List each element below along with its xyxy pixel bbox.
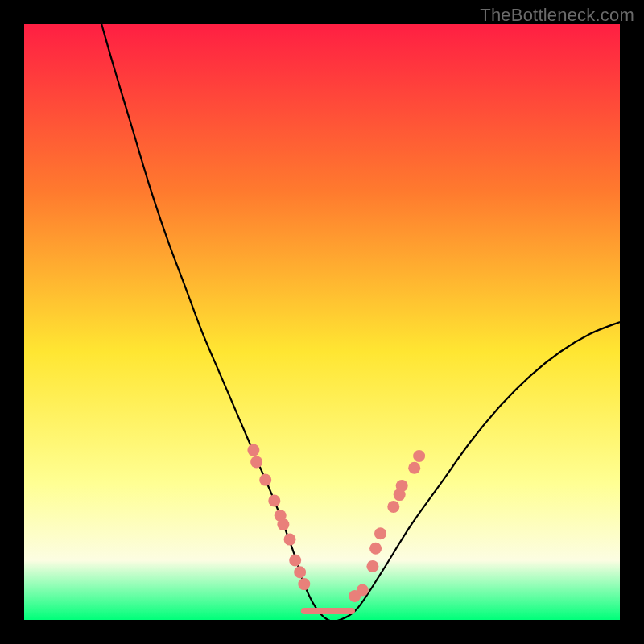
marker-dot-left bbox=[250, 456, 262, 468]
marker-dot-left bbox=[247, 444, 259, 456]
marker-dot-left bbox=[277, 518, 289, 530]
marker-dot-right bbox=[413, 450, 425, 462]
bottleneck-chart bbox=[24, 24, 620, 620]
marker-dot-left bbox=[268, 495, 280, 507]
marker-dot-left bbox=[294, 566, 306, 578]
marker-dot-right bbox=[408, 462, 420, 474]
marker-dot-right bbox=[369, 543, 382, 555]
chart-frame: TheBottleneck.com bbox=[0, 0, 644, 644]
watermark-text: TheBottleneck.com bbox=[480, 5, 634, 26]
marker-dot-right bbox=[387, 501, 399, 513]
marker-dot-right bbox=[396, 480, 408, 492]
marker-dot-left bbox=[259, 474, 271, 486]
marker-dot-right bbox=[357, 584, 369, 597]
marker-dot-left bbox=[284, 534, 296, 546]
marker-dot-right bbox=[366, 560, 378, 572]
plot-area bbox=[24, 24, 620, 620]
marker-dot-left bbox=[289, 555, 301, 567]
gradient-background bbox=[24, 24, 620, 620]
marker-dot-left bbox=[298, 578, 310, 590]
marker-dot-right bbox=[374, 527, 386, 539]
